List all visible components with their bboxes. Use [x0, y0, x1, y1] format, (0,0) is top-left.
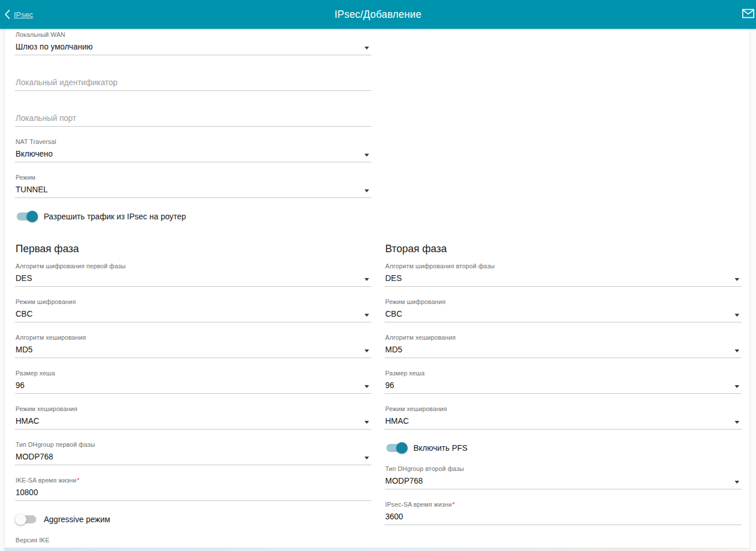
field-label: IPsec-SA время жизни* [385, 501, 455, 508]
field-nat-traversal: NAT Traversal Включено [15, 138, 371, 162]
local-identifier-input[interactable] [15, 78, 372, 89]
p1-hash-mode-select[interactable]: HMAC [16, 416, 39, 425]
form-panel: Локальный WAN Шлюз по умолчанию NAT Trav… [4, 29, 750, 551]
chevron-down-icon[interactable] [735, 278, 739, 281]
aggressive-mode-toggle[interactable] [17, 515, 36, 523]
chevron-down-icon[interactable] [364, 421, 369, 424]
field-p2-dhgroup: Тип DHgroup второй фазы MODP768 [385, 465, 742, 489]
toggle-label: Включить PFS [413, 443, 468, 453]
field-p2-enc-algorithm: Алгоритм шифрования второй фазы DES [385, 262, 742, 287]
field-label: Версия IKE [16, 537, 50, 544]
field-label: Алгоритм шифрования второй фазы [385, 263, 495, 269]
field-p1-enc-algorithm: Алгоритм шифрования первой фазы DES [15, 262, 371, 287]
field-label: Тип DHgroup второй фазы [385, 465, 464, 472]
field-ike-sa-lifetime: IKE-SA время жизни* [15, 476, 371, 501]
p2-hash-mode-select[interactable]: HMAC [385, 416, 409, 425]
p1-hash-algorithm-select[interactable]: MD5 [16, 345, 33, 354]
chevron-down-icon[interactable] [364, 457, 369, 459]
field-mode: Режим TUNNEL [15, 173, 371, 198]
pfs-toggle-row: Включить PFS [385, 440, 742, 455]
field-label: Режим шифрования [385, 298, 446, 305]
p2-dhgroup-select[interactable]: MODP768 [385, 476, 423, 485]
allow-traffic-toggle-row: Разрешить трафик из IPsec на роутер [15, 209, 371, 224]
bottom-edge-highlight [4, 548, 750, 551]
phase2-title: Вторая фаза [385, 243, 742, 255]
field-p1-hash-algorithm: Алгоритм хеширования MD5 [15, 333, 371, 358]
field-p1-dhgroup: Тип DHgroup первой фазы MODP768 [15, 440, 371, 465]
field-label: Режим шифрования [16, 298, 76, 305]
field-p2-hash-algorithm: Алгоритм хеширования MD5 [385, 333, 742, 358]
field-p1-enc-mode: Режим шифрования CBC [15, 298, 371, 322]
chevron-down-icon[interactable] [364, 314, 369, 317]
field-label: Тип DHgroup первой фазы [16, 441, 95, 448]
nat-traversal-select[interactable]: Включено [16, 149, 53, 158]
aggressive-toggle-row: Aggressive режим [15, 512, 371, 527]
field-local-identifier [15, 66, 371, 91]
required-asterisk: * [77, 477, 79, 484]
p2-hash-size-select[interactable]: 96 [385, 381, 394, 390]
chevron-down-icon[interactable] [364, 385, 369, 388]
field-label: Размер хеша [385, 370, 424, 377]
phase1-column: Первая фаза Алгоритм шифрования первой ф… [15, 243, 371, 551]
appbar: IPsec IPsec/Добавление [0, 0, 756, 29]
chevron-down-icon[interactable] [364, 154, 369, 157]
mode-select[interactable]: TUNNEL [16, 185, 48, 194]
required-asterisk: * [453, 501, 455, 508]
p2-enc-mode-select[interactable]: CBC [385, 309, 402, 318]
chevron-down-icon[interactable] [735, 481, 739, 484]
chevron-down-icon[interactable] [735, 349, 739, 352]
field-label: NAT Traversal [16, 138, 56, 145]
general-section: Локальный WAN Шлюз по умолчанию NAT Trav… [15, 31, 371, 224]
toggle-knob [26, 211, 38, 222]
phases-section: Первая фаза Алгоритм шифрования первой ф… [15, 243, 742, 551]
chevron-down-icon[interactable] [364, 47, 369, 50]
field-ipsec-sa-lifetime: IPsec-SA время жизни* [385, 500, 742, 525]
p2-enc-algorithm-select[interactable]: DES [385, 273, 402, 283]
field-local-wan: Локальный WAN Шлюз по умолчанию [15, 31, 371, 55]
local-wan-select[interactable]: Шлюз по умолчанию [16, 42, 93, 51]
field-p1-hash-mode: Режим хеширования HMAC [15, 405, 371, 430]
p1-dhgroup-select[interactable]: MODP768 [16, 452, 53, 461]
toggle-label: Разрешить трафик из IPsec на роутер [44, 212, 186, 221]
field-label: Локальный WAN [16, 31, 65, 38]
field-p2-enc-mode: Режим шифрования CBC [385, 298, 742, 322]
field-p2-hash-size: Размер хеша 96 [385, 369, 742, 394]
field-label: Алгоритм хеширования [16, 334, 86, 341]
phase1-title: Первая фаза [16, 243, 371, 255]
toggle-knob [396, 442, 408, 454]
field-label: Режим хеширования [385, 405, 447, 412]
chevron-down-icon[interactable] [735, 421, 739, 424]
field-label: IKE-SA время жизни* [16, 477, 79, 484]
toggle-label: Aggressive режим [44, 515, 110, 524]
p1-enc-mode-select[interactable]: CBC [16, 309, 33, 318]
chevron-down-icon[interactable] [735, 385, 739, 388]
field-label: Алгоритм хеширования [385, 334, 455, 341]
chevron-down-icon[interactable] [364, 189, 369, 192]
chevron-down-icon[interactable] [735, 314, 739, 317]
phase2-column: Вторая фаза Алгоритм шифрования второй ф… [385, 243, 742, 551]
pfs-toggle[interactable] [386, 444, 406, 452]
field-label: Алгоритм шифрования первой фазы [16, 263, 126, 269]
p1-hash-size-select[interactable]: 96 [16, 381, 25, 390]
field-p1-hash-size: Размер хеша 96 [15, 369, 371, 394]
field-label: Режим хеширования [16, 405, 77, 412]
p2-hash-algorithm-select[interactable]: MD5 [385, 345, 402, 354]
p1-enc-algorithm-select[interactable]: DES [16, 273, 32, 283]
ike-sa-lifetime-input[interactable] [15, 488, 372, 499]
envelope-icon[interactable] [742, 9, 755, 20]
local-port-input[interactable] [15, 113, 372, 125]
field-label: Размер хеша [16, 370, 55, 377]
ipsec-sa-lifetime-input[interactable] [385, 512, 742, 523]
field-local-port [15, 102, 371, 127]
field-label: Режим [16, 174, 35, 181]
allow-traffic-toggle[interactable] [17, 212, 36, 221]
chevron-down-icon[interactable] [364, 278, 369, 281]
page-title: IPsec/Добавление [0, 0, 756, 29]
toggle-knob [15, 514, 26, 525]
chevron-down-icon[interactable] [364, 349, 369, 352]
field-p2-hash-mode: Режим хеширования HMAC [385, 405, 742, 430]
